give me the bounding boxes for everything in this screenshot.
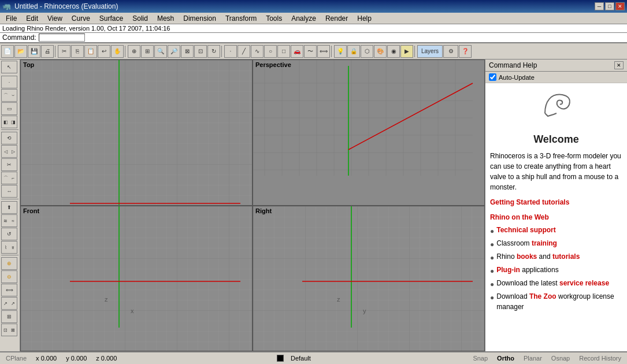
tb-lock[interactable]: 🔒 — [347, 45, 360, 58]
menu-mesh[interactable]: Mesh — [153, 13, 179, 24]
lt-dim-tool[interactable]: ⟺ — [1, 284, 17, 296]
tb-save[interactable]: 💾 — [28, 45, 40, 58]
command-label: Command: — [2, 34, 36, 42]
menu-curve[interactable]: Curve — [67, 13, 95, 24]
osnap-toggle[interactable]: Osnap — [549, 355, 572, 362]
menu-surface[interactable]: Surface — [95, 13, 128, 24]
tb-color[interactable]: 🎨 — [374, 45, 387, 58]
menu-render[interactable]: Render — [321, 13, 353, 24]
lt-analysis[interactable]: ↗↗ — [1, 297, 17, 310]
viewport-area: Top y x — [20, 60, 485, 351]
lt-snap-pair[interactable]: ⊡⊠ — [1, 324, 17, 336]
tb-props[interactable]: ⚙ — [443, 45, 458, 58]
tb-undo[interactable]: ↩ — [98, 45, 110, 58]
tb-zoom-in[interactable]: 🔍 — [154, 45, 167, 58]
books-link[interactable]: books — [517, 252, 537, 261]
lt-extrude[interactable]: ⬆ — [1, 201, 17, 214]
lt-transform[interactable]: ⟲ — [1, 132, 17, 144]
menu-view[interactable]: View — [43, 13, 67, 24]
lt-curve-pair[interactable]: ⌒⌣ — [1, 89, 17, 102]
minimize-button[interactable]: ─ — [595, 2, 604, 10]
svg-rect-31 — [21, 206, 252, 351]
menu-transform[interactable]: Transform — [221, 13, 261, 24]
menu-tools[interactable]: Tools — [261, 13, 287, 24]
tb-dim[interactable]: ⟺ — [317, 45, 330, 58]
menu-solid[interactable]: Solid — [128, 13, 153, 24]
service-release-link[interactable]: service release — [559, 279, 609, 287]
lt-sweep-pair[interactable]: ⌇⌆ — [1, 241, 17, 254]
tb-cut[interactable]: ✂ — [58, 45, 71, 58]
svg-rect-37 — [253, 206, 484, 351]
tb-zoom-ext[interactable]: ⊠ — [181, 45, 194, 58]
tb-spline[interactable]: 〜 — [304, 45, 317, 58]
lt-extend[interactable]: ↔ — [1, 185, 17, 198]
zoo-link[interactable]: The Zoo — [529, 292, 556, 300]
lt-boolean2[interactable]: ⊖ — [1, 270, 17, 283]
menu-analyze[interactable]: Analyze — [287, 13, 321, 24]
autoupdate-checkbox[interactable] — [489, 73, 496, 81]
classroom-text: Classroom training — [496, 238, 557, 248]
layer-name: Default — [288, 355, 313, 362]
lt-surface[interactable]: ▭ — [1, 102, 17, 115]
tb-zoom-out[interactable]: 🔎 — [168, 45, 180, 58]
tb-print[interactable]: 🖨 — [41, 45, 54, 58]
close-button[interactable]: ✕ — [615, 2, 625, 10]
tb-help-btn[interactable]: ❓ — [459, 45, 472, 58]
training-link[interactable]: training — [532, 239, 557, 247]
menu-file[interactable]: File — [1, 13, 21, 24]
lt-revolve[interactable]: ↺ — [1, 228, 17, 240]
tb-paste[interactable]: 📋 — [84, 45, 97, 58]
tb-circle[interactable]: ○ — [264, 45, 277, 58]
tb-new[interactable]: 📄 — [1, 45, 14, 58]
svg-text:z: z — [337, 296, 340, 303]
viewport-right[interactable]: Right z y — [253, 206, 485, 352]
plugin-link[interactable]: Plug-in — [496, 266, 520, 274]
lt-point[interactable]: · — [1, 76, 17, 88]
menu-edit[interactable]: Edit — [21, 13, 43, 24]
tb-hatch[interactable]: ⬡ — [361, 45, 373, 58]
menu-help[interactable]: Help — [353, 13, 376, 24]
lt-arrow[interactable]: ↖ — [1, 61, 17, 73]
tb-crv[interactable]: ∿ — [251, 45, 264, 58]
lt-boolean[interactable]: ⊕ — [1, 257, 17, 270]
maximize-button[interactable]: □ — [605, 2, 614, 10]
tb-copy[interactable]: ⎘ — [71, 45, 84, 58]
snap-toggle[interactable]: Snap — [470, 355, 490, 362]
lt-loft-pair[interactable]: ≋≈ — [1, 214, 17, 227]
getting-started-title[interactable]: Getting Started tutorials — [490, 197, 622, 207]
ortho-toggle[interactable]: Ortho — [495, 355, 517, 362]
tb-rotate[interactable]: ↻ — [207, 45, 220, 58]
record-history-toggle[interactable]: Record History — [577, 355, 624, 362]
tb-line[interactable]: ╱ — [238, 45, 250, 58]
tb-select[interactable]: ⊕ — [128, 45, 140, 58]
tb-zoom-win[interactable]: ⊞ — [141, 45, 154, 58]
tb-pts[interactable]: · — [224, 45, 237, 58]
autoupdate-label: Auto-Update — [499, 74, 535, 81]
technical-support-link[interactable]: Technical support — [496, 225, 555, 235]
menu-dimension[interactable]: Dimension — [179, 13, 221, 24]
tb-car[interactable]: 🚗 — [291, 45, 303, 58]
viewport-perspective[interactable]: Perspective — [253, 60, 485, 206]
planar-toggle[interactable]: Planar — [521, 355, 544, 362]
command-input[interactable] — [39, 34, 85, 42]
service-text: Download the latest service release — [496, 278, 609, 288]
tutorials-link[interactable]: tutorials — [552, 252, 580, 261]
zoo-text: Download The Zoo workgroup license manag… — [496, 291, 622, 312]
tb-hand[interactable]: ✋ — [111, 45, 124, 58]
tb-mat[interactable]: ◉ — [387, 45, 400, 58]
tb-box[interactable]: □ — [277, 45, 290, 58]
lt-trim[interactable]: ✂ — [1, 158, 17, 171]
menubar: File Edit View Curve Surface Solid Mesh … — [0, 13, 627, 24]
tb-light[interactable]: 💡 — [334, 45, 347, 58]
tb-zoom-sel[interactable]: ⊡ — [194, 45, 207, 58]
tb-open[interactable]: 📂 — [14, 45, 27, 58]
lt-mirror-pair[interactable]: ◁▷ — [1, 145, 17, 158]
viewport-front[interactable]: Front z x — [20, 206, 253, 352]
cmd-help-close-button[interactable]: ✕ — [614, 61, 624, 69]
viewport-top[interactable]: Top y x — [20, 60, 253, 206]
tb-layer[interactable]: Layers — [417, 45, 443, 58]
lt-grid[interactable]: ⊞ — [1, 310, 17, 323]
lt-fillet-pair[interactable]: ⌒⌐ — [1, 172, 17, 184]
tb-render-btn[interactable]: ▶ — [400, 45, 413, 58]
lt-solid-pair[interactable]: ◧◨ — [1, 116, 17, 128]
